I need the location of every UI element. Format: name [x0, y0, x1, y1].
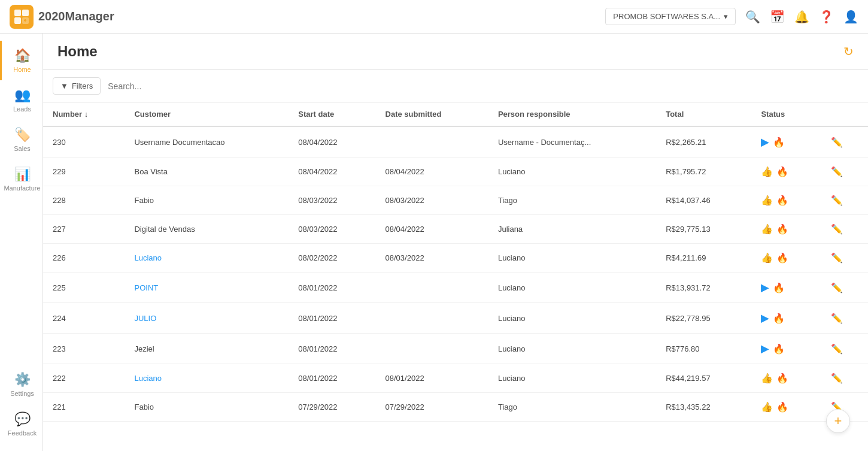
- cell-start-date: 08/01/2022: [289, 334, 375, 364]
- play-icon[interactable]: ▶: [761, 281, 769, 294]
- cell-edit[interactable]: ✏️: [821, 158, 868, 186]
- cell-status: 👍🔥: [751, 244, 821, 273]
- fire-icon[interactable]: 🔥: [776, 223, 788, 235]
- sidebar-item-feedback[interactable]: 💬 Feedback: [0, 404, 43, 444]
- cell-total: R$13,931.72: [656, 273, 751, 303]
- search-icon[interactable]: 🔍: [745, 10, 760, 24]
- edit-icon[interactable]: ✏️: [831, 253, 843, 263]
- cell-total: R$14,037.46: [656, 186, 751, 215]
- edit-icon[interactable]: ✏️: [831, 224, 843, 234]
- cell-edit[interactable]: ✏️: [821, 215, 868, 244]
- chevron-down-icon: ▾: [724, 12, 728, 21]
- cell-edit[interactable]: ✏️: [821, 334, 868, 364]
- company-selector[interactable]: PROMOB SOFTWARES S.A... ▾: [605, 8, 736, 25]
- play-icon[interactable]: ▶: [761, 311, 769, 325]
- thumb-up-icon[interactable]: 👍: [761, 373, 773, 384]
- col-start-date: Start date: [289, 102, 375, 126]
- user-icon[interactable]: 👤: [843, 10, 858, 24]
- cell-customer[interactable]: Luciano: [125, 244, 289, 273]
- cell-status: 👍🔥: [751, 215, 821, 244]
- cell-customer[interactable]: Luciano: [125, 364, 289, 393]
- sales-icon: 🏷️: [14, 127, 31, 143]
- cell-edit[interactable]: ✏️: [821, 126, 868, 158]
- main-content: Home ↻ ▼ Filters Number ↓ Customer Start…: [43, 34, 868, 451]
- play-icon[interactable]: ▶: [761, 342, 769, 355]
- thumb-up-icon[interactable]: 👍: [761, 401, 773, 413]
- thumb-up-icon[interactable]: 👍: [761, 223, 773, 235]
- main-header: Home ↻: [43, 34, 868, 70]
- fire-icon[interactable]: 🔥: [773, 282, 785, 293]
- fire-icon[interactable]: 🔥: [776, 252, 788, 264]
- cell-date-submitted: 07/29/2022: [376, 393, 488, 422]
- edit-icon[interactable]: ✏️: [831, 195, 843, 205]
- fire-icon[interactable]: 🔥: [773, 137, 785, 148]
- sidebar-item-manufacture[interactable]: 📊 Manufacture: [0, 159, 43, 199]
- edit-icon[interactable]: ✏️: [831, 313, 843, 323]
- cell-number: 228: [43, 186, 125, 215]
- fire-icon[interactable]: 🔥: [776, 195, 788, 206]
- thumb-up-icon[interactable]: 👍: [761, 252, 773, 264]
- fire-icon[interactable]: 🔥: [776, 373, 788, 384]
- cell-number: 227: [43, 215, 125, 244]
- cell-edit[interactable]: ✏️: [821, 364, 868, 393]
- sidebar-item-settings-label: Settings: [10, 390, 34, 397]
- sidebar-item-leads[interactable]: 👥 Leads: [0, 80, 43, 120]
- table-row: 228Fabio08/03/202208/03/2022TiagoR$14,03…: [43, 186, 868, 215]
- fire-icon[interactable]: 🔥: [776, 401, 788, 413]
- cell-number: 229: [43, 158, 125, 186]
- edit-icon[interactable]: ✏️: [831, 344, 843, 354]
- cell-number: 222: [43, 364, 125, 393]
- edit-icon[interactable]: ✏️: [831, 373, 843, 383]
- cell-person: Luciano: [488, 158, 656, 186]
- company-name: PROMOB SOFTWARES S.A...: [613, 12, 720, 21]
- sidebar-item-sales[interactable]: 🏷️ Sales: [0, 120, 43, 159]
- calendar-icon[interactable]: 📅: [770, 10, 785, 24]
- cell-person: Juliana: [488, 215, 656, 244]
- table-row: 229Boa Vista08/04/202208/04/2022LucianoR…: [43, 158, 868, 186]
- sidebar-item-home-label: Home: [13, 66, 31, 73]
- cell-edit[interactable]: ✏️: [821, 186, 868, 215]
- cell-status: ▶🔥: [751, 303, 821, 334]
- fire-icon[interactable]: 🔥: [773, 343, 785, 355]
- cell-status: 👍🔥: [751, 158, 821, 186]
- sidebar: 🏠 Home 👥 Leads 🏷️ Sales 📊 Manufacture ⚙️…: [0, 34, 43, 451]
- col-total: Total: [656, 102, 751, 126]
- home-icon: 🏠: [14, 48, 31, 63]
- sidebar-item-home[interactable]: 🏠 Home: [0, 41, 43, 80]
- edit-icon[interactable]: ✏️: [831, 167, 843, 177]
- cell-date-submitted: 08/03/2022: [376, 186, 488, 215]
- add-button[interactable]: +: [826, 409, 850, 433]
- col-date-submitted: Date submitted: [376, 102, 488, 126]
- filters-bar: ▼ Filters: [43, 70, 868, 102]
- refresh-button[interactable]: ↻: [843, 44, 854, 59]
- edit-icon[interactable]: ✏️: [831, 283, 843, 293]
- thumb-up-icon[interactable]: 👍: [761, 166, 773, 177]
- col-number: Number ↓: [43, 102, 125, 126]
- bell-icon[interactable]: 🔔: [794, 10, 809, 24]
- cell-edit[interactable]: ✏️: [821, 244, 868, 273]
- help-icon[interactable]: ❓: [819, 10, 834, 24]
- col-person: Person responsible: [488, 102, 656, 126]
- sidebar-item-settings[interactable]: ⚙️ Settings: [0, 365, 43, 404]
- table-row: 225POINT08/01/2022LucianoR$13,931.72▶🔥✏️: [43, 273, 868, 303]
- search-input[interactable]: [108, 81, 287, 91]
- play-icon[interactable]: ▶: [761, 135, 769, 149]
- thumb-up-icon[interactable]: 👍: [761, 195, 773, 206]
- cell-start-date: 08/01/2022: [289, 273, 375, 303]
- orders-table: Number ↓ Customer Start date Date submit…: [43, 102, 868, 422]
- cell-start-date: 08/02/2022: [289, 244, 375, 273]
- svg-rect-1: [22, 10, 29, 16]
- fire-icon[interactable]: 🔥: [773, 313, 785, 324]
- fire-icon[interactable]: 🔥: [776, 166, 788, 177]
- cell-start-date: 08/03/2022: [289, 186, 375, 215]
- cell-edit[interactable]: ✏️: [821, 273, 868, 303]
- cell-total: R$29,775.13: [656, 215, 751, 244]
- cell-customer[interactable]: POINT: [125, 273, 289, 303]
- edit-icon[interactable]: ✏️: [831, 137, 843, 147]
- cell-customer[interactable]: JULIO: [125, 303, 289, 334]
- cell-edit[interactable]: ✏️: [821, 303, 868, 334]
- cell-status: 👍🔥: [751, 364, 821, 393]
- filters-button[interactable]: ▼ Filters: [53, 77, 101, 95]
- table-row: 224JULIO08/01/2022LucianoR$22,778.95▶🔥✏️: [43, 303, 868, 334]
- table-header-row: Number ↓ Customer Start date Date submit…: [43, 102, 868, 126]
